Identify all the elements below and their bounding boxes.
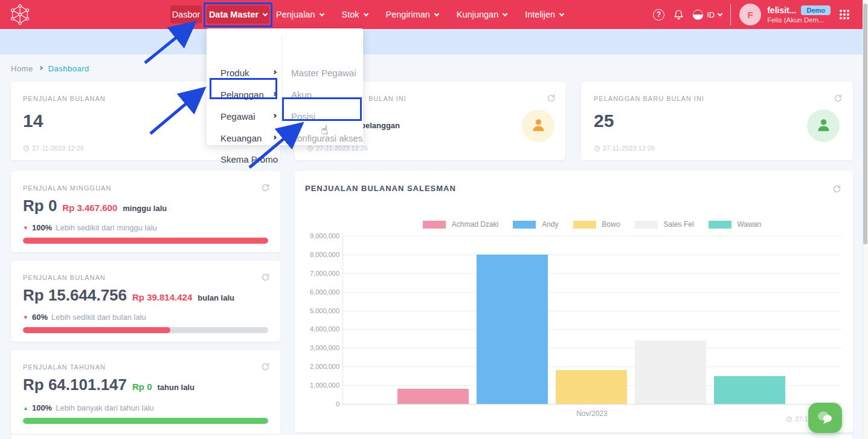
progress-track xyxy=(23,327,268,333)
y-axis-tick: 0 xyxy=(297,400,339,408)
change-triangle-icon: ▲ xyxy=(23,405,28,411)
chart-gridline xyxy=(342,311,841,311)
card-timestamp: 27-11-2023 12:26 xyxy=(307,145,368,152)
chevron-down-icon xyxy=(718,11,722,16)
progress-track xyxy=(23,418,268,424)
clock-icon xyxy=(594,145,600,152)
demo-badge: Demo xyxy=(801,5,831,15)
kpi-card-penjualan-tahunan: PENJUALAN TAHUNAN Rp 64.101.147 Rp 0 tah… xyxy=(11,350,280,434)
submenu-item-posisi[interactable]: Posisi xyxy=(291,111,315,122)
chart-gridline xyxy=(342,348,841,348)
dropdown-item-produk[interactable]: Produk xyxy=(220,68,276,78)
legend-item[interactable]: Wawan xyxy=(709,220,762,229)
clock-icon xyxy=(23,145,30,152)
dropdown-item-skema-promo[interactable]: Skema Promo xyxy=(220,154,286,164)
nav-item-pengiriman[interactable]: Pengiriman xyxy=(386,10,439,19)
chart-gridline xyxy=(342,273,841,274)
chevron-down-icon xyxy=(559,11,564,16)
refresh-icon[interactable] xyxy=(261,183,270,195)
progress-fill xyxy=(23,327,170,333)
logo-icon[interactable] xyxy=(10,4,30,25)
breadcrumb-home[interactable]: Home xyxy=(11,64,33,73)
bar-andy[interactable] xyxy=(477,255,548,404)
change-triangle-icon: ▼ xyxy=(23,225,28,231)
y-axis-tick: 6,000,000 xyxy=(297,288,339,296)
nav-item-label: Dasbor xyxy=(172,10,201,19)
card-title: PENJUALAN TAHUNAN xyxy=(23,363,106,371)
kpi-prev-value: Rp 3.467.600 xyxy=(62,203,117,213)
person-icon xyxy=(530,117,547,135)
legend-item[interactable]: Achmad Dzaki xyxy=(423,220,498,229)
hand-cursor-icon: ☝ xyxy=(321,123,328,137)
y-axis-tick: 5,000,000 xyxy=(297,307,339,314)
chart-gridline xyxy=(342,292,841,293)
y-axis-tick: 9,000,000 xyxy=(297,232,339,239)
refresh-icon[interactable] xyxy=(261,362,270,374)
customer-icon-green xyxy=(807,109,840,142)
navbar-divider xyxy=(730,4,731,25)
scrollbar-thumb[interactable] xyxy=(863,4,867,244)
language-selector[interactable]: ID xyxy=(693,10,722,20)
nav-item-label: Intelijen xyxy=(525,10,555,19)
bar-wawan[interactable] xyxy=(714,376,785,404)
kpi-value-row: Rp 64.101.147 Rp 0 tahun lalu xyxy=(23,376,194,394)
chat-button[interactable] xyxy=(808,403,842,433)
submenu-item-akun[interactable]: Akun xyxy=(291,89,312,100)
bar-achmad-dzaki[interactable] xyxy=(397,389,469,404)
chat-icon xyxy=(816,409,834,426)
timestamp-text: 27-11-2023 12:26 xyxy=(316,145,368,152)
y-axis-tick: 4,000,000 xyxy=(297,325,339,333)
progress-fill xyxy=(23,418,268,424)
apps-grid-icon[interactable] xyxy=(839,9,850,20)
card-title: PELANGGAN BARU BULAN INI xyxy=(594,95,704,102)
dropdown-item-pegawai[interactable]: Pegawai xyxy=(220,111,276,122)
y-axis-tick: 1,000,000 xyxy=(297,382,339,389)
card-value: 25 xyxy=(594,111,614,131)
dropdown-item-pelanggan[interactable]: Pelanggan xyxy=(220,89,276,100)
bar-bowo[interactable] xyxy=(556,370,627,404)
user-subtitle: Felis (Akun Dem... xyxy=(767,16,831,24)
dropdown-item-label: Skema Promo xyxy=(220,154,278,164)
nav-item-intelijen[interactable]: Intelijen xyxy=(525,10,564,19)
card-value: 14 xyxy=(23,111,43,131)
kpi-value-row: Rp 0 Rp 3.467.600 minggu lalu xyxy=(23,197,167,215)
progress-track xyxy=(23,238,268,244)
nav-item-stok[interactable]: Stok xyxy=(342,10,368,19)
refresh-icon[interactable] xyxy=(832,184,841,196)
change-triangle-icon: ▼ xyxy=(23,314,28,320)
kpi-card-penjualan-mingguan: PENJUALAN MINGGUAN Rp 0 Rp 3.467.600 min… xyxy=(11,171,280,252)
refresh-icon[interactable] xyxy=(261,273,270,284)
refresh-icon[interactable] xyxy=(547,94,556,105)
data-master-dropdown-menu: Produk Pelanggan Pegawai Keuangan Skema … xyxy=(207,28,363,145)
kpi-value: Rp 64.101.147 xyxy=(23,376,127,394)
submenu-item-master-pegawai[interactable]: Master Pegawai xyxy=(291,68,356,78)
language-code: ID xyxy=(707,10,715,19)
clock-icon xyxy=(307,145,313,152)
nav-item-penjualan[interactable]: Penjualan xyxy=(276,10,324,19)
bell-icon[interactable] xyxy=(673,9,684,21)
change-label: Lebih sedikit dari minggu lalu xyxy=(56,223,157,232)
nav-item-kunjungan[interactable]: Kunjungan xyxy=(457,10,507,19)
legend-item[interactable]: Bowo xyxy=(573,220,620,229)
dashboard-screen: Dasbor Data Master Penjualan Stok Pengir… xyxy=(0,0,868,439)
change-label: Lebih banyak dari tahun lalu xyxy=(56,403,154,412)
user-menu[interactable]: F felisit... Demo Felis (Akun Dem... xyxy=(739,4,831,25)
nav-item-data-master[interactable]: Data Master xyxy=(207,5,269,24)
y-axis-tick: 3,000,000 xyxy=(297,344,339,351)
legend-item[interactable]: Sales Fel xyxy=(635,220,694,229)
change-indicator: ▼ 100% Lebih sedikit dari minggu lalu xyxy=(23,223,157,232)
change-percent: 60% xyxy=(32,313,48,322)
legend-item[interactable]: Andy xyxy=(513,220,558,229)
nav-item-dasbor[interactable]: Dasbor xyxy=(170,5,202,24)
help-icon[interactable]: ? xyxy=(653,9,664,21)
chevron-right-icon xyxy=(272,135,277,139)
breadcrumb: Home Dashboard xyxy=(11,64,89,73)
bar-sales-fel[interactable] xyxy=(635,340,706,404)
nav-item-label: Stok xyxy=(342,10,359,19)
dropdown-item-keuangan[interactable]: Keuangan xyxy=(220,133,276,143)
nav-item-label: Pengiriman xyxy=(386,10,430,19)
chevron-down-icon xyxy=(434,11,439,16)
refresh-icon[interactable] xyxy=(834,94,843,105)
change-indicator: ▲ 100% Lebih banyak dari tahun lalu xyxy=(23,403,154,412)
chart-gridline xyxy=(342,329,841,330)
